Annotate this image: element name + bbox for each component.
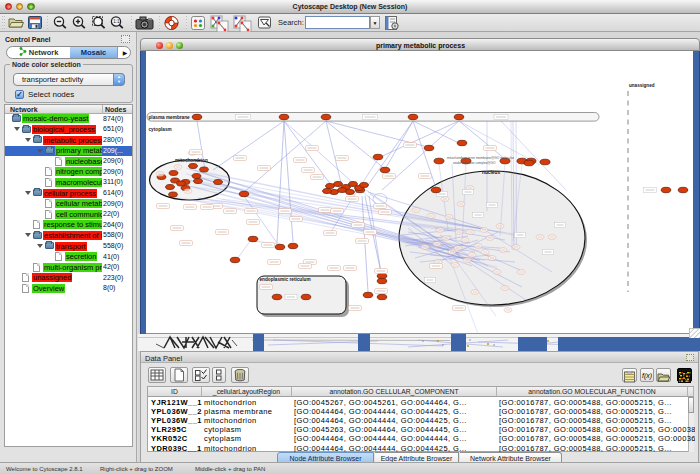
svg-text:endoplasmic reticulum: endoplasmic reticulum <box>260 277 311 282</box>
svg-text:1:1: 1:1 <box>113 19 120 24</box>
svg-text:plasma membrane: plasma membrane <box>149 115 191 120</box>
svg-text:unassigned: unassigned <box>629 83 655 88</box>
svg-text:oxidoreductase complex@GO: oxidoreductase complex@GO <box>453 161 496 165</box>
svg-text:nucleus: nucleus <box>482 170 500 175</box>
svg-text:cytoplasm: cytoplasm <box>149 127 172 132</box>
svg-text:mitochondrion inner membrane@G: mitochondrion inner membrane@GO molecula… <box>447 156 515 160</box>
svg-text:mitochondrion: mitochondrion <box>175 158 208 163</box>
